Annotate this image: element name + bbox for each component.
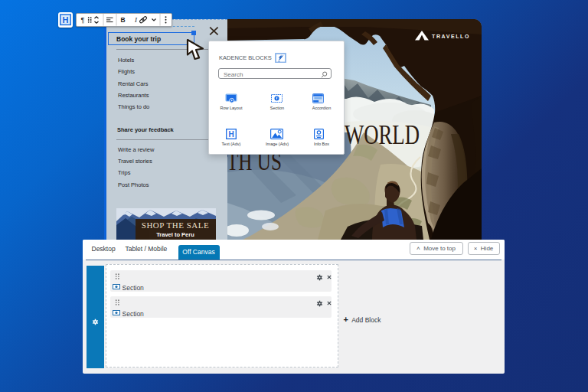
svg-text:TRAVELLO: TRAVELLO [432, 34, 470, 39]
svg-text:H: H [63, 15, 69, 24]
svg-text:Travel to Peru: Travel to Peru [156, 231, 194, 238]
svg-text:¶: ¶ [81, 16, 85, 24]
svg-text:H: H [228, 130, 234, 139]
svg-text:SHOP THE SALE: SHOP THE SALE [142, 220, 209, 230]
svg-text:B: B [121, 16, 126, 24]
svg-text:I: I [134, 16, 138, 24]
svg-text:WORLD: WORLD [345, 120, 420, 150]
